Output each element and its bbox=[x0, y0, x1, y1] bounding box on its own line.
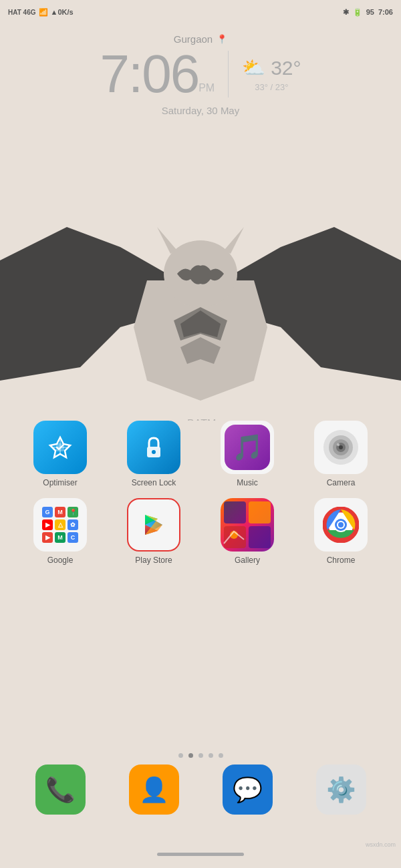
time-display: 7:06 bbox=[378, 8, 393, 16]
signal-icon: 📶 bbox=[39, 8, 48, 17]
screenlock-label: Screen Lock bbox=[132, 478, 176, 487]
playstore-svg bbox=[137, 508, 170, 541]
music-label: Music bbox=[237, 478, 257, 487]
gallery-svg bbox=[221, 498, 274, 552]
status-right: ✱ 🔋 95 7:06 bbox=[343, 8, 393, 17]
page-dot-4[interactable] bbox=[209, 753, 213, 758]
google-drive-icon: △ bbox=[55, 519, 65, 530]
batman-wallpaper: BATM bbox=[0, 194, 401, 421]
status-left: HAT 46G 📶 ▲0K/s bbox=[8, 8, 74, 17]
batman-svg: BATM bbox=[0, 194, 401, 421]
dock-item-messages[interactable]: 💬 bbox=[211, 765, 284, 815]
svg-rect-14 bbox=[249, 501, 271, 523]
google-label: Google bbox=[47, 556, 74, 565]
carrier-text: HAT 46G bbox=[8, 9, 36, 16]
home-indicator[interactable] bbox=[157, 853, 244, 856]
music-note-icon: 🎵 bbox=[232, 433, 263, 462]
ampm-label: PM bbox=[198, 82, 215, 94]
optimiser-icon bbox=[33, 421, 87, 474]
status-bar: HAT 46G 📶 ▲0K/s ✱ 🔋 95 7:06 bbox=[0, 0, 401, 24]
temperature-range: 33° / 23° bbox=[255, 82, 288, 92]
svg-point-10 bbox=[339, 445, 343, 449]
chrome-icon-container bbox=[314, 498, 368, 552]
gallery-icon-container bbox=[221, 498, 274, 552]
messages-glyph: 💬 bbox=[233, 776, 263, 804]
phone-icon: 📞 bbox=[35, 765, 86, 815]
dock: 📞 👤 💬 ⚙️ bbox=[0, 765, 401, 815]
date-display: Saturday, 30 May bbox=[162, 105, 239, 116]
app-item-optimiser[interactable]: Optimiser bbox=[23, 421, 97, 487]
gallery-label: Gallery bbox=[235, 556, 260, 565]
weather-icon: ⛅ bbox=[242, 57, 265, 79]
app-item-screenlock[interactable]: Screen Lock bbox=[117, 421, 190, 487]
dock-item-settings[interactable]: ⚙️ bbox=[304, 765, 378, 815]
google-gmail-icon: M bbox=[55, 507, 65, 517]
location-text: Gurgaon bbox=[174, 33, 213, 45]
optimiser-svg bbox=[45, 432, 76, 463]
camera-label: Camera bbox=[327, 478, 356, 487]
page-indicators bbox=[0, 753, 401, 758]
app-grid: Optimiser Screen Lock 🎵 Music bbox=[0, 421, 401, 576]
google-meet-icon: M bbox=[55, 532, 65, 543]
weather-icon-area: ⛅ 32° bbox=[242, 57, 301, 79]
google-photos-icon: ✿ bbox=[68, 519, 78, 530]
time-container: 7:06 PM bbox=[100, 47, 215, 101]
chrome-svg bbox=[323, 507, 359, 543]
google-g-icon: G bbox=[42, 507, 53, 517]
google-extra-icon: C bbox=[68, 532, 78, 543]
app-item-chrome[interactable]: Chrome bbox=[304, 498, 378, 565]
wifi-icon: ▲0K/s bbox=[51, 8, 74, 16]
page-dot-3[interactable] bbox=[198, 753, 203, 758]
camera-svg bbox=[323, 430, 358, 465]
settings-glyph: ⚙️ bbox=[326, 776, 356, 804]
battery-icon: 🔋 bbox=[353, 8, 362, 17]
svg-rect-13 bbox=[224, 501, 246, 523]
time-weather-row: 7:06 PM ⛅ 32° 33° / 23° bbox=[100, 47, 301, 101]
app-row-2: G M 📍 ▶ △ ✿ ▶ M C Google bbox=[13, 498, 388, 565]
contacts-icon: 👤 bbox=[129, 765, 179, 815]
google-apps-grid: G M 📍 ▶ △ ✿ ▶ M C bbox=[42, 507, 78, 543]
svg-point-5 bbox=[152, 450, 156, 454]
bluetooth-icon: ✱ bbox=[343, 8, 349, 17]
screenlock-svg bbox=[138, 432, 169, 463]
google-youtube-icon: ▶ bbox=[42, 519, 53, 530]
chrome-label: Chrome bbox=[327, 556, 356, 565]
page-dot-5[interactable] bbox=[219, 753, 223, 758]
dock-item-contacts[interactable]: 👤 bbox=[117, 765, 190, 815]
app-item-music[interactable]: 🎵 Music bbox=[211, 421, 284, 487]
battery-level: 95 bbox=[366, 8, 374, 16]
temperature-main: 32° bbox=[271, 57, 301, 79]
google-icon-container: G M 📍 ▶ △ ✿ ▶ M C bbox=[33, 498, 87, 552]
app-item-camera[interactable]: Camera bbox=[304, 421, 378, 487]
page-dot-1[interactable] bbox=[178, 753, 183, 758]
app-row-1: Optimiser Screen Lock 🎵 Music bbox=[13, 421, 388, 487]
watermark: wsxdn.com bbox=[366, 841, 396, 848]
app-item-gallery[interactable]: Gallery bbox=[211, 498, 284, 565]
playstore-label: Play Store bbox=[135, 556, 172, 565]
settings-icon: ⚙️ bbox=[316, 765, 366, 815]
svg-point-11 bbox=[337, 443, 340, 446]
google-maps-icon: 📍 bbox=[68, 507, 78, 517]
weather-info: ⛅ 32° 33° / 23° bbox=[242, 57, 301, 92]
location-pin-icon: 📍 bbox=[217, 34, 227, 44]
svg-rect-16 bbox=[249, 526, 271, 548]
location-row: Gurgaon 📍 bbox=[174, 33, 227, 45]
clock-display: 7:06 bbox=[100, 47, 198, 101]
app-item-google[interactable]: G M 📍 ▶ △ ✿ ▶ M C Google bbox=[23, 498, 97, 565]
screenlock-icon bbox=[127, 421, 180, 474]
camera-icon-container bbox=[314, 421, 368, 474]
optimiser-label: Optimiser bbox=[43, 478, 77, 487]
playstore-icon-container bbox=[127, 498, 180, 552]
messages-icon: 💬 bbox=[223, 765, 273, 815]
time-weather-divider bbox=[228, 51, 229, 97]
phone-glyph: 📞 bbox=[45, 776, 76, 804]
music-icon: 🎵 bbox=[225, 425, 270, 470]
google-play-icon: ▶ bbox=[42, 532, 53, 543]
svg-point-23 bbox=[338, 522, 344, 527]
app-item-playstore[interactable]: Play Store bbox=[117, 498, 190, 565]
page-dot-2[interactable] bbox=[188, 753, 193, 758]
weather-widget: Gurgaon 📍 7:06 PM ⛅ 32° 33° / 23° Saturd… bbox=[0, 33, 401, 116]
dock-item-phone[interactable]: 📞 bbox=[23, 765, 97, 815]
contacts-glyph: 👤 bbox=[139, 776, 169, 804]
music-icon-container: 🎵 bbox=[221, 421, 274, 474]
